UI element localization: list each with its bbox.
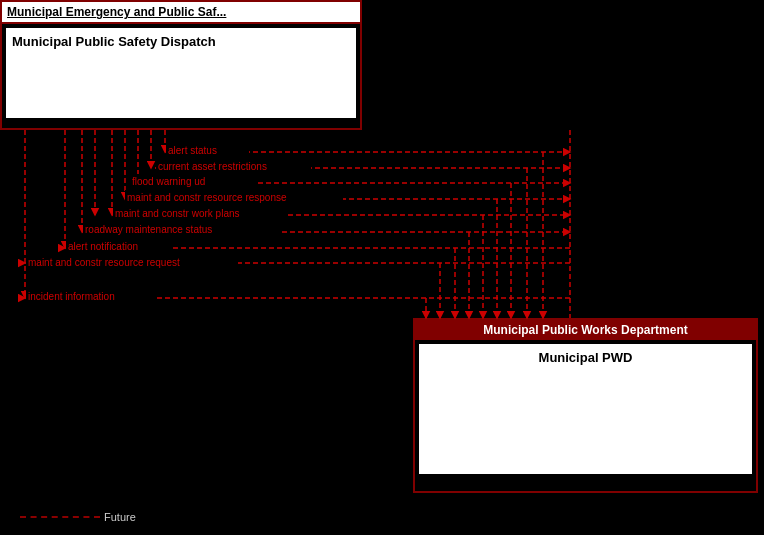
- legend-line: Future: [20, 511, 136, 523]
- svg-text:maint and constr resource requ: maint and constr resource request: [28, 257, 180, 268]
- legend-label: Future: [104, 511, 136, 523]
- svg-text:incident information: incident information: [28, 291, 115, 302]
- svg-text:maint and constr resource resp: maint and constr resource response: [127, 192, 287, 203]
- diagram-container: Municipal Emergency and Public Saf... Mu…: [0, 0, 764, 535]
- legend: Future: [20, 511, 136, 523]
- legend-dash-line: [20, 516, 100, 518]
- diagram-svg: alert status current asset restrictions …: [0, 0, 764, 535]
- svg-text:current asset restrictions: current asset restrictions: [158, 161, 267, 172]
- svg-text:alert notification: alert notification: [68, 241, 138, 252]
- svg-text:alert status: alert status: [168, 145, 217, 156]
- svg-text:roadway maintenance status: roadway maintenance status: [85, 224, 212, 235]
- svg-text:flood warning  ud: flood warning ud: [132, 176, 205, 187]
- svg-text:maint and constr work plans: maint and constr work plans: [115, 208, 240, 219]
